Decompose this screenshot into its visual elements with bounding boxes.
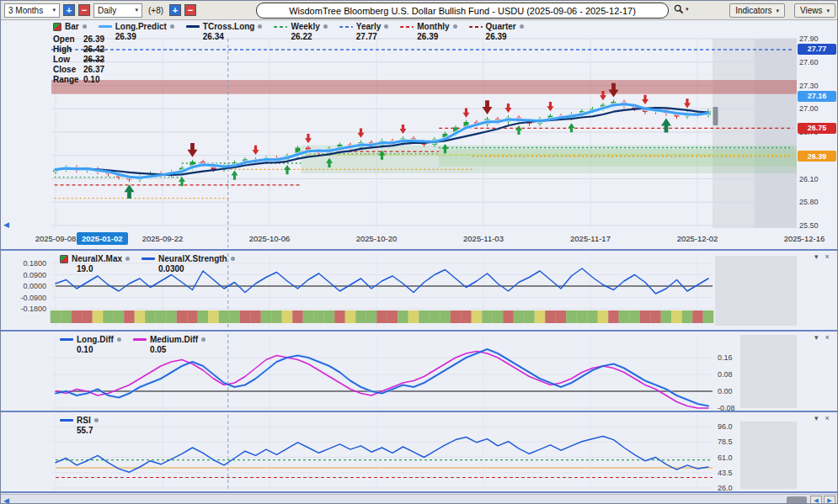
panel-axis-tick: -0.0900 <box>9 294 46 302</box>
legend-item-neuralx-max[interactable]: NeuralX.Max19.0 <box>60 254 130 273</box>
trend-strip-cell <box>514 310 525 323</box>
legend-value: 55.7 <box>77 426 99 435</box>
legend-settings-dot-icon[interactable] <box>258 24 262 29</box>
scroll-left-button[interactable]: ◀ <box>810 496 822 504</box>
series-line-icon <box>339 26 353 28</box>
views-button-label: Views <box>800 6 823 15</box>
trend-strip-cell <box>51 310 61 323</box>
legend-item-medium-diff[interactable]: Medium.Diff0.05 <box>133 335 205 354</box>
pan-left-icon[interactable]: ◀ <box>3 220 9 229</box>
date-axis-tick: 2025-10-06 <box>239 234 300 243</box>
charts-canvas[interactable] <box>1 1 838 504</box>
search-button[interactable]: ▾ <box>674 4 689 14</box>
close-panel-icon[interactable]: × <box>825 414 830 422</box>
trend-strip-cell <box>535 310 546 323</box>
legend-label: Weekly <box>291 22 319 31</box>
trend-strip-cell <box>629 310 640 323</box>
series-drag-handle[interactable] <box>713 107 718 125</box>
symbol-title[interactable]: WisdomTree Bloomberg U.S. Dollar Bullish… <box>256 3 669 19</box>
legend-settings-dot-icon[interactable] <box>125 257 130 261</box>
close-panel-icon[interactable]: × <box>825 252 830 261</box>
legend-settings-dot-icon[interactable] <box>384 24 388 29</box>
legend-label: Long.Diff <box>77 335 114 344</box>
panel-axis-tick: 96.0 <box>718 422 733 431</box>
scroll-right-button[interactable]: ▶ <box>824 496 835 504</box>
panel-axis-tick: 0.00 <box>718 387 733 395</box>
search-icon <box>674 4 684 14</box>
indicators-button-label: Indicators <box>735 6 771 15</box>
price-badge: 27.77 <box>798 44 836 55</box>
zoom-out-button[interactable]: − <box>78 4 90 16</box>
trend-strip-cell <box>440 310 451 323</box>
trend-strip-cell <box>229 310 240 323</box>
collapse-panel-icon[interactable]: ▾ <box>814 414 819 422</box>
legend-settings-dot-icon[interactable] <box>453 24 457 29</box>
legend-item-tcross-long[interactable]: TCross.Long26.34 <box>186 22 263 41</box>
legend-settings-dot-icon[interactable] <box>323 24 328 29</box>
legend-settings-dot-icon[interactable] <box>231 257 235 261</box>
legend-settings-dot-icon[interactable] <box>520 24 524 29</box>
bar-series-icon <box>60 255 68 263</box>
series-line-icon <box>60 338 73 341</box>
trend-strip-cell <box>577 310 588 323</box>
trend-strip-cell <box>240 310 251 323</box>
legend-settings-dot-icon[interactable] <box>117 337 121 342</box>
legend-settings-dot-icon[interactable] <box>201 337 205 342</box>
trend-strip-cell <box>124 310 135 323</box>
add-bars-button[interactable]: + <box>169 4 181 16</box>
legend-item-quarter[interactable]: Quarter26.39 <box>469 22 524 41</box>
panel-axis-tick: 0.16 <box>718 353 733 362</box>
horizontal-scrollbar[interactable]: ◀ ◀ ▶ <box>1 494 838 504</box>
trend-strip-cell <box>72 310 83 323</box>
series-line-icon <box>99 25 112 28</box>
date-axis-tick: 2025-11-03 <box>453 234 514 243</box>
legend-value: 0.0300 <box>158 264 235 273</box>
legend-settings-dot-icon[interactable] <box>94 418 99 422</box>
trend-strip-cell <box>671 310 682 323</box>
trend-strip-cell <box>187 310 198 323</box>
date-axis-tick: 2025-09-22 <box>132 234 193 243</box>
legend-settings-dot-icon[interactable] <box>83 24 87 29</box>
trend-strip-cell <box>640 310 651 323</box>
legend-item-weekly[interactable]: Weekly26.22 <box>274 22 327 41</box>
trend-strip-cell <box>398 310 408 323</box>
trend-strip-cell <box>419 310 430 323</box>
legend-value: 26.22 <box>291 32 327 41</box>
trend-strip-cell <box>61 310 72 323</box>
scroll-left-icon[interactable]: ◀ <box>3 496 9 504</box>
close-panel-icon[interactable]: × <box>825 333 830 342</box>
collapse-panel-icon[interactable]: ▾ <box>814 333 819 342</box>
trend-strip-cell <box>334 310 345 323</box>
trend-strip-cell <box>461 310 472 323</box>
range-select[interactable]: 3 Months ▾ <box>4 3 60 18</box>
trend-strip-cell <box>556 310 567 323</box>
views-button[interactable]: Views ▾ <box>794 3 835 18</box>
legend-item-monthly[interactable]: Monthly26.39 <box>400 22 456 41</box>
legend-item-rsi[interactable]: RSI55.7 <box>60 416 99 435</box>
trend-strip-cell <box>303 310 314 323</box>
trend-strip-cell <box>608 310 619 323</box>
legend-item-long-diff[interactable]: Long.Diff0.10 <box>60 335 121 354</box>
price-axis-tick: 27.90 <box>799 34 819 43</box>
trend-strip-cell <box>430 310 440 323</box>
legend-item-long-predict[interactable]: Long.Predict26.39 <box>99 22 174 41</box>
chevron-down-icon: ▾ <box>826 8 830 14</box>
diff-panel-controls: ▾× <box>814 333 830 342</box>
trend-strip-cell <box>692 310 703 323</box>
legend-settings-dot-icon[interactable] <box>170 24 174 29</box>
price-axis-tick: 26.10 <box>799 175 819 183</box>
bar-offset-label: (+8) <box>148 6 163 15</box>
legend-item-neuralx-strength[interactable]: NeuralX.Strength0.0300 <box>141 254 235 273</box>
trend-strip-cell <box>376 310 387 323</box>
trend-strip-cell <box>587 310 598 323</box>
period-select[interactable]: Daily ▾ <box>93 3 142 18</box>
legend-item-yearly[interactable]: Yearly27.77 <box>339 22 388 41</box>
chevron-down-icon: ▾ <box>52 7 56 13</box>
price-axis-tick: 27.00 <box>799 104 819 113</box>
indicators-button[interactable]: Indicators ▾ <box>729 3 785 18</box>
scrollbar-thumb[interactable] <box>787 496 807 504</box>
zoom-in-button[interactable]: + <box>63 4 75 16</box>
selected-date-badge[interactable]: 2025-01-02 <box>77 232 128 245</box>
remove-bars-button[interactable]: − <box>184 4 196 16</box>
collapse-panel-icon[interactable]: ▾ <box>814 252 819 261</box>
